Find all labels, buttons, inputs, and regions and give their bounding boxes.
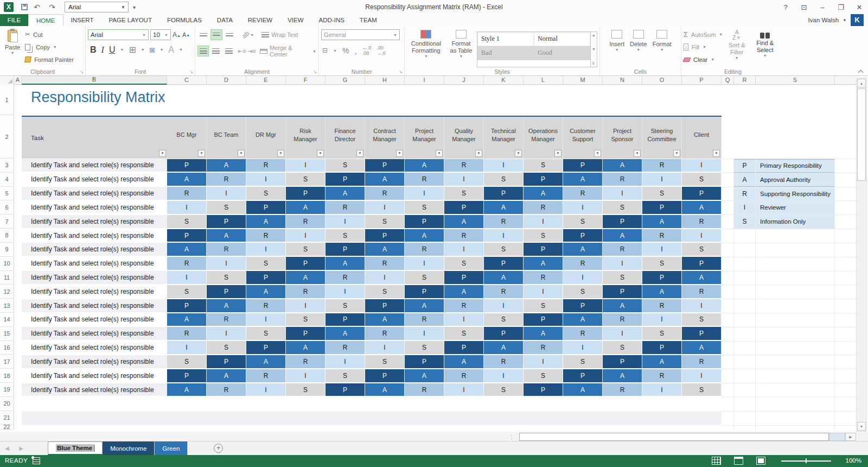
matrix-cell[interactable]: A [444,355,484,369]
matrix-cell[interactable]: S [682,383,722,397]
sheet-tab-monochrome[interactable]: Monochrome [103,441,155,455]
row-header-7[interactable]: 7 [0,214,14,229]
matrix-cell[interactable]: A [246,355,286,369]
tab-page-layout[interactable]: PAGE LAYOUT [101,14,159,26]
matrix-cell[interactable]: P [286,327,326,341]
matrix-cell[interactable]: A [207,299,246,313]
matrix-cell[interactable]: I [603,257,642,271]
matrix-cell[interactable]: S [405,341,444,355]
role-header[interactable]: Risk Manager▼ [286,117,326,159]
normal-view-icon[interactable] [712,457,721,465]
matrix-cell[interactable]: R [286,355,326,369]
matrix-cell[interactable]: R [246,229,286,243]
matrix-cell[interactable]: P [326,383,365,397]
matrix-cell[interactable]: A [167,313,207,327]
column-header-S[interactable]: S [756,76,835,85]
matrix-cell[interactable]: R [563,327,603,341]
matrix-cell[interactable]: A [286,341,326,355]
matrix-cell[interactable]: A [484,201,524,215]
matrix-cell[interactable]: S [326,369,365,383]
vertical-scrollbar[interactable]: ▲ ▼ [856,78,867,432]
matrix-cell[interactable]: I [484,229,524,243]
matrix-cell[interactable]: S [444,257,484,271]
matrix-cell[interactable]: R [524,341,563,355]
matrix-cell[interactable]: S [603,201,642,215]
matrix-cell[interactable]: S [524,229,563,243]
matrix-cell[interactable]: S [207,271,246,285]
matrix-cell[interactable]: S [563,355,603,369]
matrix-cell[interactable]: P [365,159,405,173]
matrix-cell[interactable]: A [405,229,444,243]
role-header[interactable]: Technical Manager▼ [484,117,524,159]
task-cell[interactable]: Identify Task and select role(s) respons… [22,327,167,341]
matrix-cell[interactable]: S [365,285,405,299]
task-cell[interactable]: Identify Task and select role(s) respons… [22,285,167,299]
matrix-cell[interactable]: R [246,159,286,173]
matrix-cell[interactable]: S [603,271,642,285]
matrix-cell[interactable]: R [603,383,642,397]
matrix-cell[interactable]: S [286,173,326,187]
matrix-cell[interactable]: I [326,215,365,229]
matrix-cell[interactable]: S [405,201,444,215]
matrix-cell[interactable]: P [246,341,286,355]
matrix-cell[interactable]: R [444,369,484,383]
matrix-cell[interactable]: S [167,355,207,369]
restore-icon[interactable]: ❐ [834,3,847,11]
page-layout-view-icon[interactable] [734,457,743,465]
matrix-cell[interactable]: A [405,299,444,313]
task-cell[interactable]: Identify Task and select role(s) respons… [22,159,167,173]
role-header[interactable]: Quality Manager▼ [444,117,484,159]
italic-button[interactable]: I [101,45,104,55]
filter-dropdown-icon[interactable]: ▼ [277,150,284,157]
matrix-cell[interactable]: R [484,215,524,229]
task-cell[interactable]: Identify Task and select role(s) respons… [22,243,167,257]
matrix-cell[interactable]: P [207,215,246,229]
matrix-cell[interactable]: I [365,201,405,215]
sheet-tab-green[interactable]: Green [155,441,188,455]
role-header[interactable]: BC Team▼ [207,117,246,159]
matrix-cell[interactable]: P [167,369,207,383]
filter-dropdown-icon[interactable]: ▼ [673,150,680,157]
matrix-cell[interactable]: I [246,313,286,327]
row-header-17[interactable]: 17 [0,355,14,369]
task-cell[interactable]: Identify Task and select role(s) respons… [22,313,167,327]
column-header-J[interactable]: J [444,76,484,85]
matrix-cell[interactable]: A [603,229,642,243]
clear-button[interactable]: Clear▼ [684,53,723,66]
matrix-cell[interactable]: P [563,369,603,383]
filter-dropdown-icon[interactable]: ▼ [515,150,522,157]
align-bottom-icon[interactable] [224,29,235,40]
font-color-icon[interactable]: A [168,45,174,55]
matrix-cell[interactable]: R [286,285,326,299]
matrix-cell[interactable]: R [207,173,246,187]
matrix-cell[interactable]: S [524,299,563,313]
matrix-cell[interactable]: R [405,313,444,327]
style-gallery-item[interactable]: Style 1 [477,32,534,46]
column-header-A[interactable]: A [14,76,22,85]
horizontal-scrollbar[interactable]: ▶ [518,433,856,441]
row-header-5[interactable]: 5 [0,187,14,201]
matrix-cell[interactable]: A [207,159,246,173]
matrix-cell[interactable]: S [603,341,642,355]
matrix-cell[interactable]: P [167,229,207,243]
matrix-cell[interactable]: A [167,383,207,397]
sheet-nav-right-icon[interactable]: ▶ [14,441,28,455]
increase-indent-icon[interactable]: ⇥≡ [247,48,256,55]
matrix-cell[interactable]: I [603,327,642,341]
column-header-L[interactable]: L [524,76,563,85]
number-format-combo[interactable]: General▼ [321,29,400,40]
page-break-view-icon[interactable] [756,457,765,465]
matrix-cell[interactable]: I [286,369,326,383]
matrix-cell[interactable]: R [207,383,246,397]
format-cells-button[interactable]: Format▼ [650,28,674,67]
matrix-cell[interactable]: P [365,229,405,243]
qat-font-combo[interactable]: Arial ▼ [65,2,129,12]
matrix-cell[interactable]: I [603,187,642,201]
row-header-8[interactable]: 8 [0,229,14,243]
matrix-cell[interactable]: A [167,243,207,257]
matrix-cell[interactable]: S [484,173,524,187]
dialog-launcher-icon[interactable]: ↘ [80,70,84,74]
matrix-cell[interactable]: P [286,187,326,201]
matrix-cell[interactable]: P [682,327,722,341]
matrix-cell[interactable]: R [365,327,405,341]
